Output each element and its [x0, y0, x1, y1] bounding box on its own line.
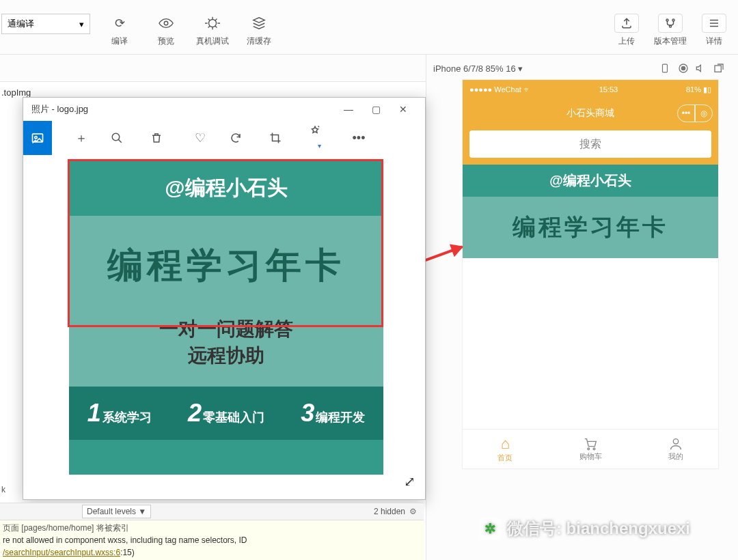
close-button[interactable]: ✕: [390, 104, 417, 115]
page-title: 小石头商城: [566, 107, 614, 120]
mute-icon[interactable]: [696, 63, 713, 74]
photo-toolbar: ＋ ♡ ▾ •••: [23, 121, 425, 155]
phone-body: [463, 258, 718, 429]
capsule-menu-icon[interactable]: •••: [677, 104, 695, 122]
home-icon: ⌂: [501, 435, 510, 453]
upload-label: 上传: [618, 36, 635, 47]
console-log[interactable]: 页面 [pages/home/home] 将被索引 re not allowed…: [0, 520, 424, 560]
status-time: 15:53: [599, 85, 618, 94]
compile-mode-select[interactable]: 通编译 ▾: [1, 14, 90, 34]
capsule-close-icon[interactable]: ◎: [695, 104, 713, 122]
favorite-icon[interactable]: ♡: [190, 130, 210, 145]
tab-me[interactable]: 我的: [633, 430, 718, 468]
more-icon[interactable]: •••: [348, 131, 369, 145]
code-gutter-letter: k: [1, 485, 5, 494]
phone-icon[interactable]: [660, 62, 678, 74]
wifi-icon: ᯤ: [521, 85, 531, 94]
main-toolbar: 通编译 ▾ ⟳ 编译 预览 真机调试 清缓存: [0, 0, 738, 55]
device-bar: iPhone 6/7/8 85% 16 ▾: [426, 55, 738, 82]
banner-title: @编程小石头: [463, 165, 718, 197]
photo-canvas[interactable]: @编程小石头 编程学习年卡 一对一问题解答 远程协助 1系统学习 2零基础入门 …: [69, 160, 383, 475]
zoom-icon[interactable]: [111, 132, 131, 144]
compile-mode-label: 通编译: [8, 18, 34, 30]
log-level-select[interactable]: Default levels ▼: [82, 505, 151, 518]
cart-icon: [582, 436, 599, 451]
phone-simulator: ●●●●● WeChat ᯤ 15:53 81% ▮▯ 小石头商城 ••• ◎ …: [462, 79, 719, 469]
svg-point-14: [112, 133, 120, 141]
svg-point-7: [681, 66, 685, 70]
edit-icon[interactable]: ▾: [309, 125, 329, 152]
gallery-mode-button[interactable]: [23, 121, 52, 155]
hidden-count[interactable]: 2 hidden: [374, 507, 405, 516]
bug-icon: [205, 14, 220, 33]
preview-button[interactable]: 预览: [149, 14, 183, 47]
version-button[interactable]: 版本管理: [653, 14, 687, 47]
search-input[interactable]: 搜索: [469, 130, 711, 158]
svg-rect-8: [715, 66, 721, 72]
svg-point-10: [593, 448, 595, 450]
svg-point-3: [672, 19, 674, 21]
tab-home[interactable]: ⌂ 首页: [463, 430, 548, 468]
tabbar: ⌂ 首页 购物车 我的: [463, 429, 718, 468]
device-select[interactable]: iPhone 6/7/8 85% 16 ▾: [433, 64, 660, 74]
tab-cart[interactable]: 购物车: [548, 430, 633, 468]
rotate-icon[interactable]: [230, 132, 250, 144]
remote-debug-label: 真机调试: [196, 36, 229, 47]
log-line: 页面 [pages/home/home] 将被索引: [3, 522, 421, 534]
clear-cache-button[interactable]: 清缓存: [242, 14, 276, 47]
svg-rect-5: [663, 64, 668, 72]
minimize-button[interactable]: ―: [335, 104, 362, 115]
breadcrumb: .topImg: [1, 87, 31, 98]
tab-me-label: 我的: [668, 451, 683, 462]
status-battery: 81% ▮▯: [686, 85, 711, 94]
simulator-panel: iPhone 6/7/8 85% 16 ▾ ●●●●● WeChat ᯤ 15:…: [426, 55, 738, 560]
status-carrier: ●●●●● WeChat ᯤ: [469, 85, 531, 94]
fullscreen-icon[interactable]: ⤢: [404, 473, 415, 490]
watermark: ✲ 微信号: bianchengxuexi: [480, 518, 690, 540]
popout-icon[interactable]: [713, 63, 731, 74]
capsule-buttons: ••• ◎: [677, 104, 713, 122]
tab-cart-label: 购物车: [579, 451, 602, 462]
branch-icon: [658, 14, 683, 33]
version-label: 版本管理: [654, 36, 687, 47]
log-line: re not allowed in component wxss, includ…: [3, 534, 421, 546]
phone-statusbar: ●●●●● WeChat ᯤ 15:53 81% ▮▯: [463, 80, 718, 99]
compile-button[interactable]: ⟳ 编译: [102, 14, 137, 47]
annotation-crop-box: [68, 159, 383, 327]
console-toolbar: Default levels ▼ 2 hidden ⚙: [0, 503, 424, 520]
gear-icon[interactable]: ⚙: [409, 507, 417, 516]
detail-button[interactable]: 详情: [697, 14, 731, 47]
banner-image[interactable]: @编程小石头 编程学习年卡: [463, 165, 718, 258]
img-footer: 1系统学习 2零基础入门 3编程开发: [69, 387, 383, 440]
tab-home-label: 首页: [497, 453, 512, 463]
upload-icon: [614, 14, 639, 33]
search-bar-wrap: 搜索: [463, 128, 718, 165]
svg-point-11: [673, 439, 678, 444]
menu-icon: [702, 14, 726, 33]
log-line: /searchInput/searchInput.wxss:6:15): [3, 546, 421, 559]
record-icon[interactable]: [678, 63, 696, 74]
user-icon: [668, 436, 683, 451]
toolbar-left-group: ⟳ 编译 预览 真机调试 清缓存: [102, 14, 276, 47]
delete-icon[interactable]: [150, 132, 171, 144]
clear-cache-label: 清缓存: [247, 36, 271, 47]
wechat-icon: ✲: [480, 518, 502, 540]
upload-button[interactable]: 上传: [610, 14, 644, 47]
watermark-text: 微信号: bianchengxuexi: [507, 518, 690, 540]
eye-icon: [159, 14, 174, 33]
svg-point-13: [35, 137, 37, 139]
window-titlebar[interactable]: 照片 - logo.jpg ― ▢ ✕: [23, 98, 425, 121]
window-title: 照片 - logo.jpg: [31, 103, 88, 115]
remote-debug-button[interactable]: 真机调试: [195, 14, 230, 47]
crop-icon[interactable]: [269, 132, 290, 144]
add-icon[interactable]: ＋: [71, 130, 92, 146]
svg-point-0: [164, 21, 168, 25]
preview-label: 预览: [158, 36, 174, 47]
banner-main: 编程学习年卡: [463, 197, 718, 258]
chevron-down-icon: ▾: [318, 142, 321, 150]
search-placeholder: 搜索: [579, 137, 601, 152]
detail-label: 详情: [706, 36, 722, 47]
phone-navbar: 小石头商城 ••• ◎: [463, 99, 718, 128]
devtools-console: Default levels ▼ 2 hidden ⚙ 页面 [pages/ho…: [0, 503, 424, 560]
maximize-button[interactable]: ▢: [362, 104, 390, 115]
